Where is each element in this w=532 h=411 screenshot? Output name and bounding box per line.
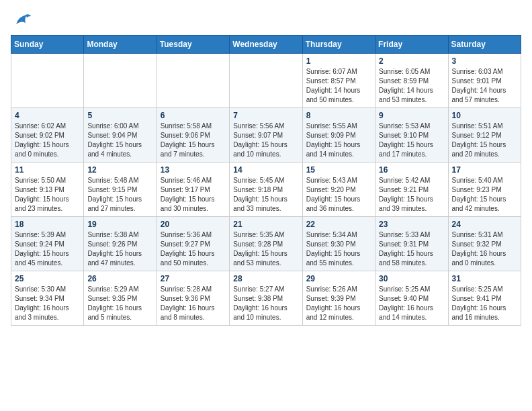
day-info: Sunrise: 5:35 AM Sunset: 9:28 PM Dayligh… (233, 230, 298, 268)
week-row-2: 4Sunrise: 6:02 AM Sunset: 9:02 PM Daylig… (11, 108, 521, 163)
calendar-cell (84, 54, 157, 108)
day-number: 4 (15, 111, 80, 120)
calendar-cell: 8Sunrise: 5:55 AM Sunset: 9:09 PM Daylig… (302, 108, 375, 163)
calendar-cell: 19Sunrise: 5:38 AM Sunset: 9:26 PM Dayli… (84, 217, 157, 271)
day-info: Sunrise: 5:25 AM Sunset: 9:40 PM Dayligh… (379, 285, 444, 322)
calendar-cell: 31Sunrise: 5:25 AM Sunset: 9:41 PM Dayli… (448, 271, 521, 326)
calendar-cell: 14Sunrise: 5:45 AM Sunset: 9:18 PM Dayli… (230, 163, 302, 217)
calendar-cell: 28Sunrise: 5:27 AM Sunset: 9:38 PM Dayli… (230, 271, 302, 326)
day-number: 29 (306, 274, 371, 283)
weekday-header-row: SundayMondayTuesdayWednesdayThursdayFrid… (11, 36, 521, 54)
day-number: 5 (87, 111, 152, 120)
day-number: 14 (233, 165, 298, 175)
calendar-cell: 2Sunrise: 6:05 AM Sunset: 8:59 PM Daylig… (375, 54, 448, 108)
day-number: 18 (15, 220, 80, 229)
day-number: 30 (379, 274, 444, 283)
logo (11, 11, 35, 30)
calendar-cell: 9Sunrise: 5:53 AM Sunset: 9:10 PM Daylig… (375, 108, 448, 163)
calendar-cell: 18Sunrise: 5:39 AM Sunset: 9:24 PM Dayli… (11, 217, 84, 271)
calendar-cell: 12Sunrise: 5:48 AM Sunset: 9:15 PM Dayli… (84, 163, 157, 217)
calendar-cell: 5Sunrise: 6:00 AM Sunset: 9:04 PM Daylig… (84, 108, 157, 163)
day-number: 24 (452, 220, 517, 229)
day-number: 28 (233, 274, 298, 283)
calendar-cell: 22Sunrise: 5:34 AM Sunset: 9:30 PM Dayli… (302, 217, 375, 271)
day-number: 21 (233, 220, 298, 229)
weekday-sunday: Sunday (11, 36, 84, 54)
day-number: 8 (306, 111, 371, 120)
day-info: Sunrise: 5:39 AM Sunset: 9:24 PM Dayligh… (15, 230, 80, 268)
calendar-table: SundayMondayTuesdayWednesdayThursdayFrid… (11, 35, 521, 326)
weekday-monday: Monday (84, 36, 157, 54)
day-number: 17 (452, 165, 517, 175)
day-number: 13 (161, 165, 226, 175)
calendar-cell: 7Sunrise: 5:56 AM Sunset: 9:07 PM Daylig… (230, 108, 302, 163)
calendar-cell: 24Sunrise: 5:31 AM Sunset: 9:32 PM Dayli… (448, 217, 521, 271)
day-info: Sunrise: 5:27 AM Sunset: 9:38 PM Dayligh… (233, 285, 298, 322)
day-info: Sunrise: 5:53 AM Sunset: 9:10 PM Dayligh… (379, 122, 444, 159)
day-number: 6 (161, 111, 226, 120)
calendar-cell: 21Sunrise: 5:35 AM Sunset: 9:28 PM Dayli… (230, 217, 302, 271)
day-info: Sunrise: 5:33 AM Sunset: 9:31 PM Dayligh… (379, 230, 444, 268)
day-info: Sunrise: 5:42 AM Sunset: 9:21 PM Dayligh… (379, 176, 444, 214)
day-number: 11 (15, 165, 80, 175)
day-number: 19 (87, 220, 152, 229)
day-number: 23 (379, 220, 444, 229)
day-info: Sunrise: 6:03 AM Sunset: 9:01 PM Dayligh… (452, 67, 517, 105)
day-number: 12 (87, 165, 152, 175)
day-number: 20 (161, 220, 226, 229)
calendar-cell (230, 54, 302, 108)
calendar-cell: 3Sunrise: 6:03 AM Sunset: 9:01 PM Daylig… (448, 54, 521, 108)
calendar-cell (11, 54, 84, 108)
day-number: 25 (15, 274, 80, 283)
calendar-cell: 4Sunrise: 6:02 AM Sunset: 9:02 PM Daylig… (11, 108, 84, 163)
day-info: Sunrise: 5:50 AM Sunset: 9:13 PM Dayligh… (15, 176, 80, 214)
page-header (11, 11, 521, 30)
day-number: 27 (161, 274, 226, 283)
day-info: Sunrise: 5:58 AM Sunset: 9:06 PM Dayligh… (161, 122, 226, 159)
calendar-cell: 25Sunrise: 5:30 AM Sunset: 9:34 PM Dayli… (11, 271, 84, 326)
day-info: Sunrise: 5:38 AM Sunset: 9:26 PM Dayligh… (87, 230, 152, 268)
week-row-3: 11Sunrise: 5:50 AM Sunset: 9:13 PM Dayli… (11, 163, 521, 217)
calendar-cell: 27Sunrise: 5:28 AM Sunset: 9:36 PM Dayli… (157, 271, 229, 326)
day-info: Sunrise: 5:43 AM Sunset: 9:20 PM Dayligh… (306, 176, 371, 214)
day-number: 9 (379, 111, 444, 120)
weekday-wednesday: Wednesday (230, 36, 302, 54)
calendar-body: 1Sunrise: 6:07 AM Sunset: 8:57 PM Daylig… (11, 54, 521, 326)
day-info: Sunrise: 6:02 AM Sunset: 9:02 PM Dayligh… (15, 122, 80, 159)
day-info: Sunrise: 5:55 AM Sunset: 9:09 PM Dayligh… (306, 122, 371, 159)
week-row-4: 18Sunrise: 5:39 AM Sunset: 9:24 PM Dayli… (11, 217, 521, 271)
week-row-5: 25Sunrise: 5:30 AM Sunset: 9:34 PM Dayli… (11, 271, 521, 326)
day-info: Sunrise: 6:00 AM Sunset: 9:04 PM Dayligh… (87, 122, 152, 159)
day-info: Sunrise: 5:34 AM Sunset: 9:30 PM Dayligh… (306, 230, 371, 268)
day-info: Sunrise: 6:07 AM Sunset: 8:57 PM Dayligh… (306, 67, 371, 105)
calendar-cell: 23Sunrise: 5:33 AM Sunset: 9:31 PM Dayli… (375, 217, 448, 271)
day-info: Sunrise: 5:25 AM Sunset: 9:41 PM Dayligh… (452, 285, 517, 322)
day-number: 22 (306, 220, 371, 229)
day-info: Sunrise: 5:48 AM Sunset: 9:15 PM Dayligh… (87, 176, 152, 214)
day-info: Sunrise: 6:05 AM Sunset: 8:59 PM Dayligh… (379, 67, 444, 105)
day-info: Sunrise: 5:26 AM Sunset: 9:39 PM Dayligh… (306, 285, 371, 322)
day-info: Sunrise: 5:40 AM Sunset: 9:23 PM Dayligh… (452, 176, 517, 214)
day-number: 1 (306, 56, 371, 66)
weekday-friday: Friday (375, 36, 448, 54)
week-row-1: 1Sunrise: 6:07 AM Sunset: 8:57 PM Daylig… (11, 54, 521, 108)
day-info: Sunrise: 5:28 AM Sunset: 9:36 PM Dayligh… (161, 285, 226, 322)
calendar-cell: 11Sunrise: 5:50 AM Sunset: 9:13 PM Dayli… (11, 163, 84, 217)
calendar-cell: 10Sunrise: 5:51 AM Sunset: 9:12 PM Dayli… (448, 108, 521, 163)
day-number: 26 (87, 274, 152, 283)
calendar-cell: 29Sunrise: 5:26 AM Sunset: 9:39 PM Dayli… (302, 271, 375, 326)
calendar-cell: 1Sunrise: 6:07 AM Sunset: 8:57 PM Daylig… (302, 54, 375, 108)
day-info: Sunrise: 5:51 AM Sunset: 9:12 PM Dayligh… (452, 122, 517, 159)
day-number: 16 (379, 165, 444, 175)
day-number: 10 (452, 111, 517, 120)
weekday-thursday: Thursday (302, 36, 375, 54)
day-info: Sunrise: 5:56 AM Sunset: 9:07 PM Dayligh… (233, 122, 298, 159)
calendar-cell: 17Sunrise: 5:40 AM Sunset: 9:23 PM Dayli… (448, 163, 521, 217)
logo-icon (11, 11, 32, 30)
day-number: 31 (452, 274, 517, 283)
calendar-cell: 6Sunrise: 5:58 AM Sunset: 9:06 PM Daylig… (157, 108, 229, 163)
calendar-cell: 13Sunrise: 5:46 AM Sunset: 9:17 PM Dayli… (157, 163, 229, 217)
calendar-cell: 26Sunrise: 5:29 AM Sunset: 9:35 PM Dayli… (84, 271, 157, 326)
weekday-saturday: Saturday (448, 36, 521, 54)
day-number: 15 (306, 165, 371, 175)
